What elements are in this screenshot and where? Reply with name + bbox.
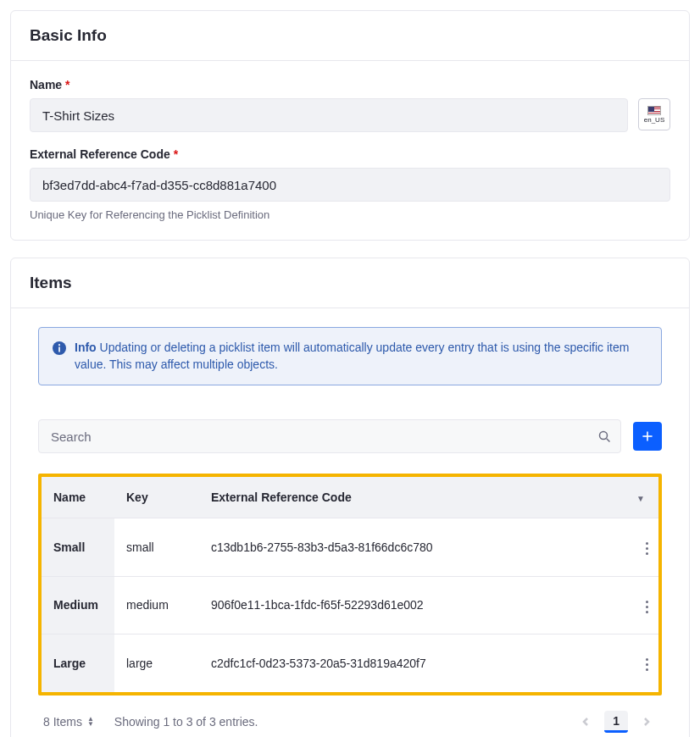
items-card: Items Info Updating or deleting a pickli… — [10, 258, 690, 737]
name-label-text: Name — [30, 78, 62, 91]
col-header-actions[interactable]: ▼ — [623, 477, 658, 518]
name-field-group: Name * en_US — [30, 78, 670, 132]
svg-rect-1 — [58, 347, 60, 352]
table-row[interactable]: Medium medium 906f0e11-1bca-1fdc-f65f-52… — [42, 576, 658, 634]
items-title: Items — [30, 274, 670, 292]
kebab-dot-icon — [646, 658, 648, 661]
row-erc: 906f0e11-1bca-1fdc-f65f-52293d61e002 — [199, 576, 623, 634]
name-input[interactable] — [30, 98, 628, 132]
us-flag-icon — [647, 106, 661, 115]
basic-info-card: Basic Info Name * en_US External Referen… — [10, 10, 690, 241]
col-header-name[interactable]: Name — [42, 477, 114, 518]
info-prefix: Info — [75, 341, 97, 354]
search-button[interactable] — [592, 424, 616, 448]
col-header-key[interactable]: Key — [114, 477, 199, 518]
row-key: medium — [114, 576, 199, 634]
kebab-dot-icon — [646, 601, 648, 603]
caret-down-icon: ▼ — [636, 494, 645, 503]
prev-page-button[interactable] — [575, 712, 596, 732]
row-key: large — [114, 634, 199, 692]
items-table: Name Key External Reference Code ▼ Small… — [42, 477, 658, 692]
table-row[interactable]: Large large c2dfc1cf-0d23-5373-20a5-31d8… — [42, 634, 658, 692]
required-asterisk-icon: * — [174, 147, 178, 161]
items-per-page-dropdown[interactable]: 8 Items ▲▼ — [43, 715, 94, 729]
info-alert: Info Updating or deleting a picklist ite… — [38, 327, 662, 385]
page-number[interactable]: 1 — [604, 711, 628, 733]
row-erc: c13db1b6-2755-83b3-d5a3-81f66dc6c780 — [199, 518, 623, 577]
info-alert-text: Info Updating or deleting a picklist ite… — [75, 340, 647, 373]
kebab-dot-icon — [646, 542, 648, 545]
erc-label: External Reference Code * — [30, 147, 178, 161]
row-name: Small — [42, 518, 114, 577]
row-key: small — [114, 518, 199, 577]
required-asterisk-icon: * — [65, 78, 69, 91]
row-name: Large — [42, 634, 114, 692]
showing-entries-text: Showing 1 to 3 of 3 entries. — [114, 715, 258, 729]
info-text: Updating or deleting a picklist item wil… — [75, 341, 629, 371]
search-icon — [598, 430, 611, 443]
row-actions-menu[interactable] — [635, 537, 658, 561]
plus-icon — [641, 429, 654, 443]
erc-field-group: External Reference Code * Unique Key for… — [30, 147, 670, 221]
items-count-text: 8 Items — [43, 715, 82, 729]
search-input[interactable] — [38, 419, 621, 453]
erc-input[interactable] — [30, 168, 670, 202]
basic-info-title: Basic Info — [30, 26, 670, 45]
chevron-left-icon — [581, 718, 590, 726]
row-erc: c2dfc1cf-0d23-5373-20a5-31d819a420f7 — [199, 634, 623, 692]
locale-button[interactable]: en_US — [638, 98, 670, 130]
locale-code-text: en_US — [644, 116, 664, 124]
col-header-erc[interactable]: External Reference Code — [199, 477, 623, 518]
name-label: Name * — [30, 78, 69, 91]
items-toolbar — [38, 419, 662, 453]
add-item-button[interactable] — [633, 422, 662, 451]
svg-line-4 — [606, 438, 609, 441]
basic-info-header: Basic Info — [11, 11, 689, 61]
svg-point-3 — [599, 431, 607, 439]
search-wrap — [38, 419, 621, 453]
items-header: Items — [11, 258, 689, 308]
updown-caret-icon: ▲▼ — [87, 717, 94, 727]
erc-help-text: Unique Key for Referencing the Picklist … — [30, 208, 670, 221]
row-actions-menu[interactable] — [635, 595, 658, 618]
row-name: Medium — [42, 576, 114, 634]
table-highlight-frame: Name Key External Reference Code ▼ Small… — [38, 474, 662, 695]
table-row[interactable]: Small small c13db1b6-2755-83b3-d5a3-81f6… — [42, 518, 658, 577]
erc-label-text: External Reference Code — [30, 147, 170, 161]
items-body: Info Updating or deleting a picklist ite… — [11, 308, 689, 737]
basic-info-body: Name * en_US External Reference Code * U… — [11, 61, 689, 240]
row-actions-menu[interactable] — [635, 653, 658, 677]
next-page-button[interactable] — [636, 712, 657, 732]
svg-point-2 — [58, 344, 60, 346]
info-icon — [53, 341, 66, 355]
pagination: 8 Items ▲▼ Showing 1 to 3 of 3 entries. … — [38, 707, 662, 736]
chevron-right-icon — [642, 718, 651, 726]
